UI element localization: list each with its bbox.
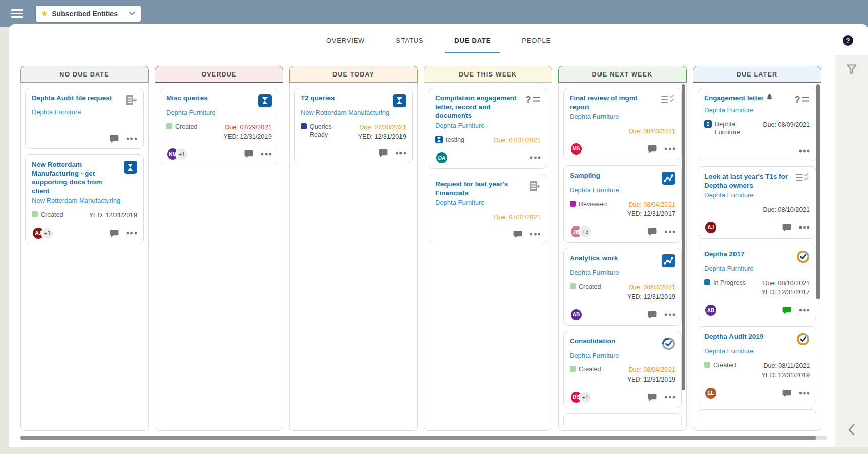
card-title[interactable]: Deptha 2017: [704, 250, 792, 259]
card-entity[interactable]: Dephta Furniture: [570, 269, 675, 277]
card-footer: [704, 139, 810, 157]
more-icon[interactable]: [664, 313, 675, 316]
comment-icon[interactable]: [648, 228, 657, 236]
tab-people[interactable]: PEOPLE: [513, 24, 560, 53]
card-title[interactable]: Misc queries: [166, 94, 254, 103]
card-entity[interactable]: Dephta Furniture: [704, 347, 810, 356]
more-icon[interactable]: [395, 152, 406, 155]
card-entity[interactable]: New Rotterdam Manufacturing: [32, 197, 137, 205]
card-entity[interactable]: Dephta Furniture: [570, 352, 675, 360]
task-card[interactable]: Engagement letter?Dephta FurnitureDephta…: [698, 88, 816, 161]
more-icon[interactable]: [664, 396, 675, 399]
task-card[interactable]: SamplingDephta FurnitureReviewedDue: 08/…: [563, 165, 682, 243]
task-card[interactable]: T2 queriesNew Rotterdam ManufacturingQue…: [294, 88, 413, 163]
entity-selector-main[interactable]: ★ Subscribed Entities: [36, 6, 124, 22]
status-swatch: [570, 366, 576, 372]
card-title[interactable]: Engagement letter: [704, 94, 790, 103]
task-card[interactable]: Final review of mgmt reportDephta Furnit…: [563, 88, 682, 160]
status-swatch: [704, 279, 710, 285]
more-icon[interactable]: [799, 149, 810, 153]
vertical-scrollbar-thumb[interactable]: [816, 84, 820, 299]
analytics-icon: [662, 254, 675, 267]
year-end-date: YED: 12/31/2019: [616, 292, 675, 302]
status-swatch: [570, 283, 576, 289]
comment-icon[interactable]: [110, 229, 119, 237]
card-title[interactable]: Analytics work: [570, 254, 658, 263]
card-entity[interactable]: Dephta Furniture: [704, 106, 810, 115]
tab-overview[interactable]: OVERVIEW: [317, 24, 374, 53]
comment-icon[interactable]: [782, 306, 791, 314]
comment-icon[interactable]: [782, 223, 791, 232]
card-title[interactable]: Sampling: [570, 171, 658, 180]
task-card[interactable]: Deptha 2017Dephta FurnitureIn ProgressDu…: [698, 244, 816, 321]
card-title[interactable]: New Rotterdam Manufacturing - get suppor…: [32, 160, 120, 195]
comment-icon[interactable]: [648, 145, 657, 153]
star-icon: ★: [41, 9, 48, 18]
card-title[interactable]: Consolidation: [570, 337, 658, 346]
card-dates: Due: 08/04/2021YED: 12/31/2019: [616, 283, 675, 302]
task-card[interactable]: Request for last year's FinancialsDephta…: [429, 174, 547, 244]
card-title[interactable]: Compilation engagement letter, record an…: [435, 94, 521, 120]
card-title[interactable]: Look at last year's T1s for Deptha owner…: [704, 172, 791, 190]
card-entity[interactable]: Dephta Furniture: [570, 186, 675, 195]
status-label: Created: [175, 123, 197, 131]
task-card[interactable]: Deptha Audit 2019Dephta FurnitureCreated…: [698, 326, 816, 404]
card-title[interactable]: Final review of mgmt report: [570, 94, 657, 111]
task-card[interactable]: Look at last year's T1s for Deptha owner…: [698, 166, 816, 239]
more-icon[interactable]: [530, 156, 541, 159]
comment-icon[interactable]: [379, 149, 388, 157]
right-rail: [835, 55, 868, 447]
card-entity[interactable]: Dephta Furniture: [435, 122, 541, 130]
card-footer: DA: [435, 145, 541, 164]
card-entity[interactable]: Dephta Furniture: [32, 108, 137, 117]
card-meta: ReviewedDue: 08/04/2021YED: 12/31/2017: [570, 200, 675, 219]
task-card[interactable]: Analytics workDephta FurnitureCreatedDue…: [563, 248, 682, 325]
card-title[interactable]: Deptha Audit 2019: [704, 332, 792, 341]
card-entity[interactable]: Dephta Furniture: [704, 191, 810, 200]
card-title[interactable]: Request for last year's Financials: [435, 180, 524, 197]
more-icon[interactable]: [799, 226, 810, 229]
card-entity[interactable]: Dephta Furniture: [435, 199, 541, 207]
card-title[interactable]: T2 queries: [301, 94, 389, 103]
card-entity[interactable]: Dephta Furniture: [704, 265, 810, 273]
more-icon[interactable]: [664, 147, 675, 150]
more-icon[interactable]: [664, 230, 675, 233]
hamburger-menu-icon[interactable]: [11, 9, 23, 18]
task-card[interactable]: New Rotterdam Manufacturing - get suppor…: [25, 154, 144, 244]
more-icon[interactable]: [799, 392, 810, 395]
filter-icon[interactable]: [846, 63, 858, 75]
task-card[interactable]: ConsolidationDephta FurnitureCreatedDue:…: [563, 331, 682, 408]
column-overdue: OVERDUEMisc queriesDephta FurnitureCreat…: [155, 66, 283, 431]
card-entity[interactable]: New Rotterdam Manufacturing: [301, 109, 406, 117]
more-icon[interactable]: [261, 153, 272, 156]
comment-icon[interactable]: [513, 230, 522, 238]
more-icon[interactable]: [799, 309, 810, 312]
task-card[interactable]: Misc queriesDephta FurnitureCreatedDue: …: [160, 88, 278, 165]
more-icon[interactable]: [126, 137, 137, 140]
entity-selector[interactable]: ★ Subscribed Entities: [36, 6, 141, 22]
horizontal-scrollbar-thumb[interactable]: [20, 436, 816, 440]
comment-icon[interactable]: [648, 393, 657, 401]
comment-icon[interactable]: [110, 135, 119, 143]
chevron-down-icon[interactable]: [124, 6, 141, 22]
task-card[interactable]: Compilation engagement letter, record an…: [429, 88, 547, 169]
chevron-left-icon[interactable]: [847, 423, 857, 437]
engagement-icon: [393, 94, 406, 107]
column-body-due-this-week: Compilation engagement letter, record an…: [424, 83, 552, 431]
more-icon[interactable]: [530, 233, 541, 236]
comment-icon[interactable]: [782, 389, 791, 397]
help-icon[interactable]: ?: [843, 35, 853, 46]
tab-due-date[interactable]: DUE DATE: [445, 24, 500, 53]
card-meta: Dephta FurnitureDue: 08/09/2021: [704, 120, 810, 137]
card-entity[interactable]: Dephta Furniture: [570, 113, 675, 121]
vertical-scrollbar-thumb[interactable]: [682, 84, 685, 390]
horizontal-scrollbar[interactable]: [20, 436, 827, 440]
comment-icon[interactable]: [648, 311, 657, 319]
engagement-mini-icon: [704, 120, 712, 128]
more-icon[interactable]: [126, 232, 137, 235]
task-card[interactable]: Dephta Audit file requestDephta Furnitur…: [25, 88, 144, 149]
comment-icon[interactable]: [244, 150, 253, 158]
tab-status[interactable]: STATUS: [387, 24, 432, 53]
card-title[interactable]: Dephta Audit file request: [32, 94, 121, 103]
card-entity[interactable]: Dephta Furniture: [166, 109, 272, 117]
